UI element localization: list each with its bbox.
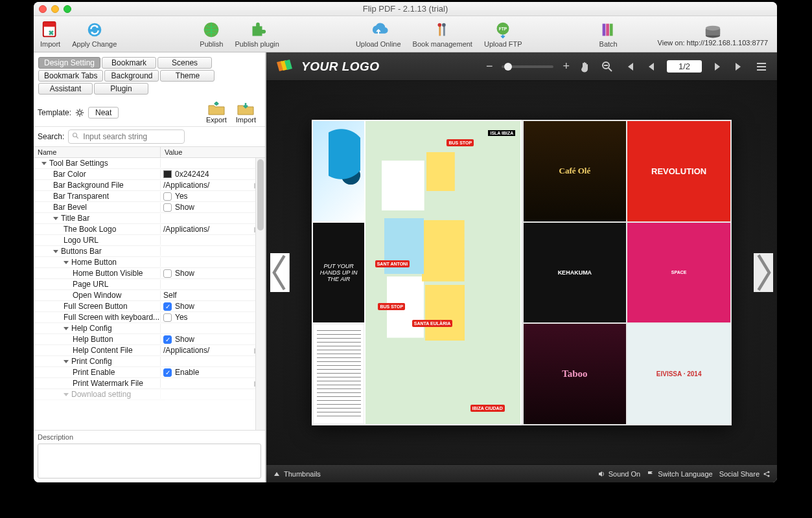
prop-value[interactable]: Self <box>163 291 177 300</box>
preview-viewer: YOUR LOGO − + 1/2 <box>266 52 777 482</box>
next-page-icon[interactable] <box>711 60 724 73</box>
checkbox-icon[interactable] <box>163 203 172 212</box>
upload-online-label: Upload Online <box>356 40 401 48</box>
prop-name[interactable]: Logo URL <box>34 236 161 245</box>
import-button[interactable]: Import <box>38 18 63 51</box>
tab-assistant[interactable]: Assistant <box>38 83 93 95</box>
nav-prev-icon[interactable] <box>270 253 290 292</box>
batch-button[interactable]: Batch <box>596 18 621 51</box>
prev-page-icon[interactable] <box>645 60 658 73</box>
prop-value[interactable]: /Applications/ <box>163 346 209 355</box>
color-swatch-icon[interactable] <box>163 170 172 178</box>
prop-name[interactable]: Bar Background File <box>34 181 161 190</box>
checkbox-icon[interactable] <box>163 313 172 322</box>
search-input[interactable] <box>68 130 185 144</box>
property-tree[interactable]: Tool Bar Settings Bar Color0x242424 Bar … <box>34 158 265 430</box>
last-page-icon[interactable] <box>733 60 746 73</box>
checkbox-icon[interactable] <box>163 269 172 278</box>
left-page: PUT YOUR HANDS UP IN THE AIR BUS STOP SA… <box>312 120 522 425</box>
right-panel: YOUR LOGO − + 1/2 <box>266 52 777 482</box>
preview-toolbar: YOUR LOGO − + 1/2 <box>266 52 777 81</box>
disclosure-icon[interactable] <box>41 162 47 165</box>
prop-name[interactable]: The Book Logo <box>34 225 161 234</box>
thumbnails-button[interactable]: Thumbnails <box>273 470 321 478</box>
zoom-slider[interactable] <box>502 65 553 68</box>
tab-plugin[interactable]: Plugin <box>94 83 148 95</box>
prop-name[interactable]: Help Content File <box>34 346 161 355</box>
prop-name[interactable]: Bar Bevel <box>34 203 161 212</box>
nav-next-icon[interactable] <box>754 253 773 292</box>
page-tile-map: BUS STOP SANT ANTONI BUS STOP SANTA EULÀ… <box>365 121 520 424</box>
share-button[interactable]: Social Share <box>719 470 771 478</box>
disclosure-icon[interactable] <box>64 360 69 363</box>
template-name[interactable]: Neat <box>88 107 119 118</box>
page-tile <box>313 121 364 221</box>
checkbox-icon[interactable]: ✓ <box>163 368 172 377</box>
prop-name[interactable]: Print Enable <box>34 368 161 377</box>
upload-ftp-button[interactable]: FTP Upload FTP <box>481 18 525 51</box>
poster-tile: KEHAKUMA <box>524 223 627 323</box>
view-on-button[interactable]: View on: http://192.168.1.103:8777 <box>658 22 773 47</box>
map-badge: ISLA IBIZA <box>488 130 515 136</box>
checkbox-icon[interactable] <box>163 192 172 201</box>
disclosure-icon[interactable] <box>53 250 58 253</box>
disclosure-icon[interactable] <box>53 217 58 220</box>
upload-online-button[interactable]: Upload Online <box>353 18 404 51</box>
preview-body: PUT YOUR HANDS UP IN THE AIR BUS STOP SA… <box>266 81 777 464</box>
tab-scenes[interactable]: Scenes <box>157 57 212 69</box>
disclosure-icon[interactable] <box>64 327 69 330</box>
tools-icon <box>433 21 452 39</box>
prop-name[interactable]: Bar Color <box>34 170 161 179</box>
import-template-button[interactable]: Import <box>236 102 256 124</box>
description-label: Description <box>34 430 265 444</box>
tab-bookmark-tabs[interactable]: Bookmark Tabs <box>38 70 103 82</box>
page-indicator[interactable]: 1/2 <box>667 60 702 73</box>
apply-change-button[interactable]: Apply Change <box>69 18 119 51</box>
scrollbar-thumb[interactable] <box>257 159 264 231</box>
tab-theme[interactable]: Theme <box>160 70 215 82</box>
prop-value[interactable]: /Applications/ <box>163 181 209 190</box>
prop-name[interactable]: Print Watermark File <box>34 379 161 388</box>
prop-name[interactable]: Full Screen with keyboard... <box>34 313 161 322</box>
prop-group: Home Button <box>71 258 117 267</box>
prop-name[interactable]: Help Button <box>34 335 161 344</box>
zoom-reset-icon[interactable] <box>601 60 614 73</box>
export-button[interactable]: Export <box>206 102 227 124</box>
preview-footer: Thumbnails Sound On Switch Language Soci… <box>266 464 777 482</box>
prop-name[interactable]: Bar Transparent <box>34 192 161 201</box>
menu-icon[interactable] <box>755 60 768 73</box>
first-page-icon[interactable] <box>623 60 636 73</box>
svg-rect-10 <box>602 23 605 36</box>
book-management-button[interactable]: Book management <box>410 18 475 51</box>
scrollbar[interactable] <box>255 158 265 430</box>
zoom-out-icon[interactable]: − <box>486 60 493 73</box>
page-spread[interactable]: PUT YOUR HANDS UP IN THE AIR BUS STOP SA… <box>312 120 732 425</box>
tab-bookmark[interactable]: Bookmark <box>102 57 156 69</box>
tab-background[interactable]: Background <box>104 70 159 82</box>
prop-value: Yes <box>175 192 188 201</box>
publish-button[interactable]: Publish <box>197 18 226 51</box>
prop-name[interactable]: Home Button Visible <box>34 269 161 278</box>
poster-tile: REVOLUTION <box>627 121 730 221</box>
publish-plugin-button[interactable]: Publish plugin <box>232 18 282 51</box>
tab-design-setting[interactable]: Design Setting <box>38 57 100 69</box>
svg-point-7 <box>442 23 446 27</box>
disclosure-icon[interactable] <box>64 393 69 396</box>
slider-knob[interactable] <box>504 63 512 71</box>
prop-value[interactable]: /Applications/ <box>163 225 209 234</box>
map-badge: IBIZA CIUDAD <box>470 405 505 412</box>
prop-name[interactable]: Page URL <box>34 280 161 289</box>
svg-rect-1 <box>43 21 55 27</box>
disclosure-icon[interactable] <box>64 261 69 264</box>
checkbox-icon[interactable]: ✓ <box>163 335 172 344</box>
hand-icon[interactable] <box>579 60 592 73</box>
language-button[interactable]: Switch Language <box>647 470 712 478</box>
sound-button[interactable]: Sound On <box>597 470 641 478</box>
gear-icon[interactable] <box>75 108 84 117</box>
prop-name[interactable]: Full Screen Button <box>34 302 161 311</box>
prop-name[interactable]: Open Window <box>34 291 161 300</box>
batch-label: Batch <box>599 40 618 48</box>
zoom-in-icon[interactable]: + <box>563 60 570 73</box>
prop-value[interactable]: 0x242424 <box>175 170 209 179</box>
checkbox-icon[interactable]: ✓ <box>163 302 172 311</box>
